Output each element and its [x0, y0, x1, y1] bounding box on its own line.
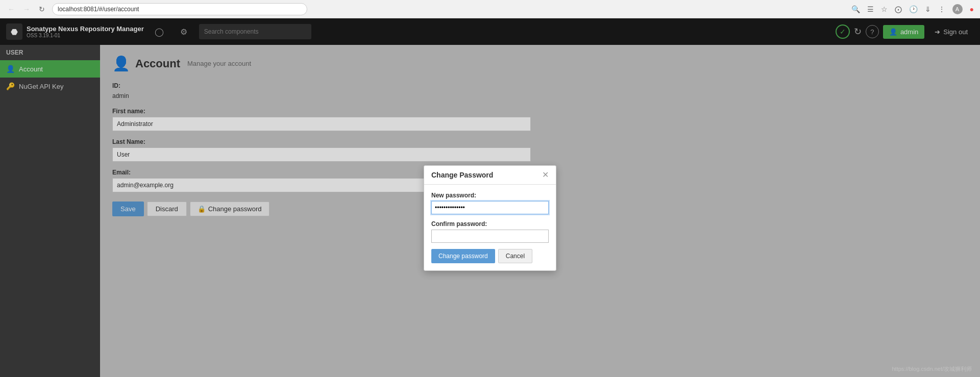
- new-password-input[interactable]: [431, 201, 549, 214]
- menu-icon[interactable]: ⋮: [938, 5, 945, 13]
- download-icon[interactable]: ⇓: [925, 5, 931, 13]
- history-icon[interactable]: 🕑: [909, 5, 918, 13]
- extensions-icon[interactable]: ☰: [867, 5, 874, 13]
- more-icon[interactable]: ●: [970, 5, 974, 13]
- address-bar[interactable]: localhost:8081/#/user/account: [52, 3, 307, 15]
- dialog-change-password-button[interactable]: Change password: [431, 249, 495, 263]
- dialog-overlay: Change Password ✕ New password: Confirm …: [0, 18, 980, 377]
- confirm-password-label: Confirm password:: [431, 220, 549, 228]
- reload-button[interactable]: ↻: [37, 4, 47, 14]
- dialog-title: Change Password: [431, 171, 493, 179]
- dialog-actions: Change password Cancel: [431, 249, 549, 263]
- browser-tools: 🔍 ☰ ☆ ⨀ 🕑 ⇓ ⋮ A ●: [851, 4, 974, 14]
- confirm-password-field: Confirm password:: [431, 220, 549, 243]
- confirm-password-input[interactable]: [431, 230, 549, 243]
- new-password-label: New password:: [431, 192, 549, 199]
- dialog-body: New password: Confirm password: Change p…: [424, 185, 556, 270]
- dialog-header: Change Password ✕: [424, 166, 556, 185]
- dialog-cancel-button[interactable]: Cancel: [498, 249, 532, 263]
- url-text: localhost:8081/#/user/account: [58, 6, 139, 13]
- star-icon[interactable]: ☆: [881, 5, 888, 13]
- search-icon[interactable]: 🔍: [851, 5, 860, 13]
- change-password-dialog: Change Password ✕ New password: Confirm …: [424, 165, 556, 271]
- browser-chrome: ← → ↻ localhost:8081/#/user/account 🔍 ☰ …: [0, 0, 980, 18]
- back-button[interactable]: ←: [6, 4, 16, 14]
- new-password-field: New password:: [431, 192, 549, 214]
- dialog-close-button[interactable]: ✕: [542, 171, 549, 179]
- forward-button[interactable]: →: [21, 4, 32, 14]
- tab-icon[interactable]: ⨀: [895, 5, 902, 13]
- browser-avatar[interactable]: A: [952, 4, 963, 14]
